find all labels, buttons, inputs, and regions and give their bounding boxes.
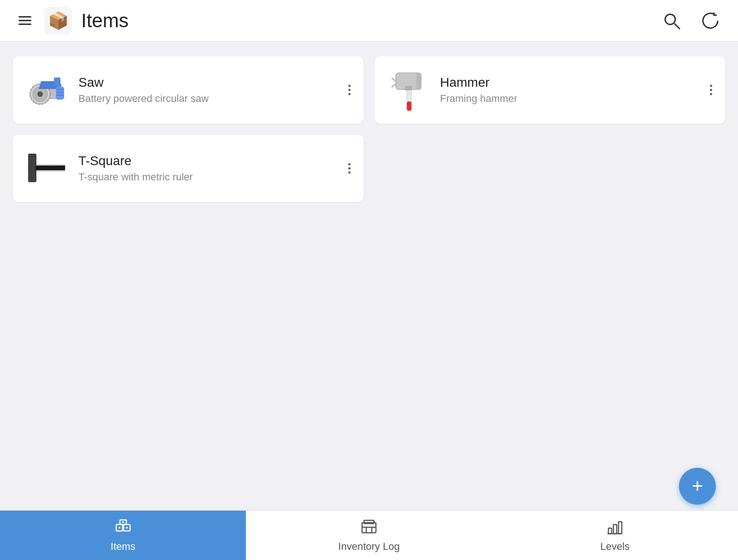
item-info-saw: Saw Battery powered circular saw xyxy=(78,75,351,105)
item-image-saw xyxy=(26,69,67,111)
header-actions xyxy=(659,8,723,34)
svg-point-5 xyxy=(37,91,43,97)
plus-icon: + xyxy=(692,477,703,496)
item-card-hammer[interactable]: Hammer Framing hammer xyxy=(375,56,725,124)
menu-button[interactable] xyxy=(15,12,35,29)
nav-label-levels: Levels xyxy=(601,541,630,553)
levels-nav-icon xyxy=(606,518,624,537)
box-icon: 📦 xyxy=(48,11,69,30)
items-nav-icon xyxy=(114,518,132,537)
add-item-button[interactable]: + xyxy=(679,468,716,505)
item-menu-button-saw[interactable] xyxy=(345,81,354,99)
item-menu-button-hammer[interactable] xyxy=(706,81,716,99)
item-name-hammer: Hammer xyxy=(440,75,712,90)
main-content: Saw Battery powered circular saw xyxy=(0,42,738,510)
item-desc-tsquare: T-square with metric ruler xyxy=(78,171,351,183)
hammer-icon xyxy=(391,68,426,112)
item-image-tsquare xyxy=(26,148,67,189)
svg-point-31 xyxy=(122,521,124,523)
items-grid: Saw Battery powered circular saw xyxy=(13,56,725,202)
app-header: 📦 Items xyxy=(0,0,738,42)
svg-rect-24 xyxy=(28,154,36,182)
svg-rect-16 xyxy=(405,86,412,90)
three-dots-icon-hammer xyxy=(710,85,712,95)
nav-label-items: Items xyxy=(111,541,136,553)
item-menu-button-tsquare[interactable] xyxy=(345,160,354,178)
inventory-log-nav-icon xyxy=(360,518,378,537)
header-left: 📦 Items xyxy=(15,7,659,35)
three-dots-icon xyxy=(348,85,351,95)
search-button[interactable] xyxy=(659,8,684,34)
page-title: Items xyxy=(81,10,129,32)
svg-rect-13 xyxy=(407,101,411,111)
item-desc-hammer: Framing hammer xyxy=(440,93,712,105)
svg-point-29 xyxy=(119,527,120,529)
svg-rect-15 xyxy=(417,73,421,89)
svg-rect-7 xyxy=(54,77,60,87)
bottom-nav: Items Inventory Log Levels xyxy=(0,510,738,560)
item-info-hammer: Hammer Framing hammer xyxy=(440,75,712,105)
three-dots-icon-tsquare xyxy=(348,163,351,174)
refresh-button[interactable] xyxy=(697,8,723,34)
svg-rect-25 xyxy=(36,166,65,170)
item-name-saw: Saw xyxy=(78,75,351,90)
item-card-tsquare[interactable]: T-Square T-square with metric ruler xyxy=(13,135,363,202)
item-info-tsquare: T-Square T-square with metric ruler xyxy=(78,154,351,183)
svg-point-30 xyxy=(126,527,128,529)
svg-rect-36 xyxy=(364,520,374,524)
search-icon xyxy=(662,12,681,30)
item-card-saw[interactable]: Saw Battery powered circular saw xyxy=(13,56,363,124)
nav-label-inventory-log: Inventory Log xyxy=(338,541,399,553)
svg-point-0 xyxy=(665,14,675,24)
app-icon-wrapper: 📦 xyxy=(44,7,72,35)
saw-icon xyxy=(27,73,66,107)
nav-item-levels[interactable]: Levels xyxy=(492,511,738,560)
svg-line-1 xyxy=(674,24,680,29)
nav-item-items[interactable]: Items xyxy=(0,511,246,560)
svg-rect-8 xyxy=(56,87,64,100)
svg-rect-39 xyxy=(619,522,622,534)
hamburger-icon xyxy=(18,16,31,25)
item-desc-saw: Battery powered circular saw xyxy=(78,93,351,105)
nav-item-inventory-log[interactable]: Inventory Log xyxy=(246,511,492,560)
item-image-hammer xyxy=(387,69,429,111)
item-name-tsquare: T-Square xyxy=(78,154,351,168)
tsquare-icon xyxy=(26,150,67,187)
svg-rect-38 xyxy=(613,524,617,534)
refresh-icon xyxy=(701,12,720,30)
svg-rect-37 xyxy=(608,528,612,534)
